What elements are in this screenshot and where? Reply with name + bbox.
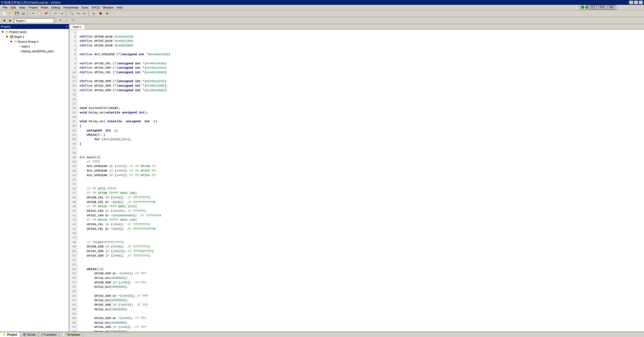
- project-panel: Project × ▼ 📁 Project: test3 ▼ 🎯 Target …: [0, 24, 69, 332]
- tree-project-root[interactable]: ▼ 📁 Project: test3: [1, 29, 68, 34]
- sep4: [89, 11, 90, 17]
- settings-button[interactable]: 🔧: [70, 18, 76, 24]
- target-label: Target 1: [13, 35, 24, 38]
- bottom-tab-books[interactable]: 📚 Books: [20, 332, 39, 337]
- startup-icon: 📄: [18, 50, 21, 53]
- copy-button[interactable]: 📋: [37, 11, 42, 17]
- menu-bar: File Edit View Project Flash Debug Perip…: [0, 5, 644, 10]
- menu-view[interactable]: View: [17, 5, 27, 10]
- title-text: D:\段落文件\嵌入式\S1\test3.uvprojx - µVision: [1, 1, 61, 5]
- bottom-tab-functions[interactable]: ƒ Functions: [39, 332, 60, 337]
- indicator-time1: 0:1: [590, 5, 597, 9]
- project-tree: ▼ 📁 Project: test3 ▼ 🎯 Target 1 ▼ 📁 Sour…: [0, 29, 69, 332]
- project-tab-label: Project: [7, 333, 17, 336]
- source-group-label: Source Group 1: [18, 40, 39, 43]
- functions-tab-icon: ƒ: [41, 333, 43, 336]
- redo-button[interactable]: ↪: [59, 11, 65, 17]
- find-button[interactable]: 🔍: [69, 11, 75, 17]
- save-all-button[interactable]: 🗂: [20, 11, 26, 17]
- main-layout: Project × ▼ 📁 Project: test3 ▼ 🎯 Target …: [0, 24, 644, 332]
- menu-window[interactable]: Window: [101, 5, 115, 10]
- menu-tools[interactable]: Tools: [80, 5, 90, 10]
- sep3: [66, 11, 68, 17]
- project-expand-icon: ▼: [1, 30, 5, 34]
- build-button[interactable]: ▶: [91, 11, 97, 17]
- options-button[interactable]: ⚙: [104, 11, 110, 17]
- title-bar: D:\段落文件\嵌入式\S1\test3.uvprojx - µVision −…: [0, 0, 644, 5]
- led-green: [581, 6, 584, 9]
- main-c-label: main.c: [21, 45, 30, 48]
- main-c-spacer: [13, 44, 18, 49]
- close-button[interactable]: ×: [639, 1, 643, 4]
- code-content[interactable]: #define GPIOB_BASE 0x40010C00 #define GP…: [77, 29, 644, 332]
- undo-button[interactable]: ↩: [53, 11, 59, 17]
- toolbar-2: ◀ ▶ ⬇ ▷ 🔧: [0, 17, 644, 24]
- startup-spacer: [13, 49, 18, 53]
- sep5: [55, 18, 56, 24]
- sep2: [50, 11, 52, 17]
- led-gray: [585, 6, 588, 9]
- tab-main-c[interactable]: main.c: [69, 24, 85, 29]
- main-c-icon: 📄: [18, 45, 21, 48]
- target-expand-icon: ▼: [5, 35, 9, 39]
- line-numbers: 12345 678910 1112131415 1617181920 21222…: [69, 29, 77, 332]
- toolbar-1: 📄 📂 💾 🗂 ✂ 📋 📌 ↩ ↪ 🔍 ⇥ ⇤ ▶ ⏹ ⚙: [0, 10, 644, 17]
- books-tab-icon: 📚: [23, 333, 27, 336]
- functions-tab-label: Functions: [44, 333, 57, 336]
- indicator-bar: 0:1 0:0 5%: [579, 5, 617, 10]
- next-location-button[interactable]: ▶: [8, 18, 13, 24]
- menu-debug[interactable]: Debug: [50, 5, 62, 10]
- maximize-button[interactable]: □: [634, 1, 638, 4]
- bottom-tab-project[interactable]: 📁 Project: [0, 332, 20, 337]
- bottom-tabs: 📁 Project 📚 Books ƒ Functions 📝 Template…: [0, 332, 644, 337]
- project-icon: 📁: [5, 30, 9, 34]
- menu-flash[interactable]: Flash: [39, 5, 50, 10]
- tab-main-c-label: main.c: [73, 25, 81, 28]
- tab-bar: main.c: [69, 24, 644, 29]
- target-icon: 🎯: [10, 35, 13, 39]
- books-tab-label: Books: [27, 333, 36, 336]
- source-group-expand-icon: ▼: [9, 39, 13, 44]
- editor-area: main.c 12345 678910 1112131415 161718192…: [69, 24, 644, 332]
- outdent-button[interactable]: ⇤: [82, 11, 88, 17]
- new-file-button[interactable]: 📄: [1, 11, 7, 17]
- code-editor[interactable]: 12345 678910 1112131415 1617181920 21222…: [69, 29, 644, 332]
- ln-1: 1: [70, 30, 76, 35]
- sep1: [27, 11, 29, 17]
- indicator-time2: 0:0: [598, 5, 606, 9]
- project-panel-title: Project: [1, 25, 10, 28]
- indicator-percent: 5%: [607, 5, 615, 9]
- indent-button[interactable]: ⇥: [75, 11, 81, 17]
- menu-help[interactable]: Help: [115, 5, 124, 10]
- project-panel-close[interactable]: ×: [66, 25, 68, 28]
- download-button[interactable]: ⬇: [57, 18, 63, 24]
- stop-button[interactable]: ⏹: [98, 11, 104, 17]
- menu-svcs[interactable]: SVCS: [90, 5, 101, 10]
- menu-peripherals[interactable]: Peripherals: [62, 5, 80, 10]
- menu-edit[interactable]: Edit: [9, 5, 17, 10]
- tree-target1[interactable]: ▼ 🎯 Target 1: [1, 34, 68, 39]
- paste-button[interactable]: 📌: [43, 11, 49, 17]
- startup-label: startup_stm32f10x_md.s: [21, 50, 54, 53]
- minimize-button[interactable]: −: [629, 1, 633, 4]
- tree-startup[interactable]: 📄 startup_stm32f10x_md.s: [1, 49, 68, 54]
- open-button[interactable]: 📂: [8, 11, 13, 17]
- project-tab-icon: 📁: [3, 333, 6, 336]
- cut-button[interactable]: ✂: [30, 11, 36, 17]
- save-button[interactable]: 💾: [14, 11, 20, 17]
- project-root-label: Project: test3: [9, 30, 26, 34]
- run-debug-button[interactable]: ▷: [64, 18, 70, 24]
- menu-file[interactable]: File: [1, 5, 9, 10]
- templates-tab-label: Templates: [67, 333, 80, 336]
- project-panel-header: Project ×: [0, 24, 69, 29]
- tree-source-group[interactable]: ▼ 📁 Source Group 1: [1, 39, 68, 44]
- target-selector[interactable]: [14, 18, 54, 23]
- templates-tab-icon: 📝: [62, 333, 66, 336]
- source-group-icon: 📁: [14, 40, 18, 43]
- tree-main-c[interactable]: 📄 main.c: [1, 44, 68, 49]
- prev-location-button[interactable]: ◀: [1, 18, 7, 24]
- title-controls: − □ ×: [629, 1, 643, 4]
- bottom-tab-templates[interactable]: 📝 Templates: [60, 332, 83, 337]
- menu-project[interactable]: Project: [27, 5, 39, 10]
